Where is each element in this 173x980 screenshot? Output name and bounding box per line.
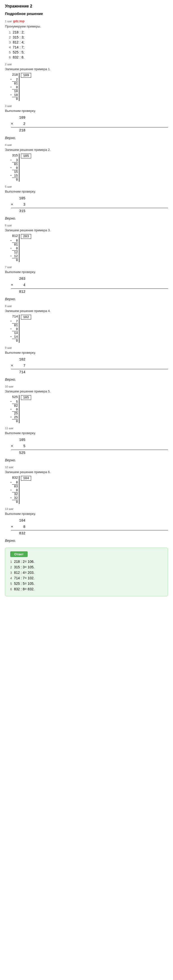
correct-3: Верно. (5, 297, 168, 301)
step-12-num: 12 шаг (5, 466, 13, 469)
answer-item-3: 3812 : 4= 203. (10, 571, 163, 574)
answer-item-4: 4714 : 7= 102. (10, 576, 163, 580)
step-8-num: 8 шаг (5, 304, 12, 307)
multiply-3: 203 × 4 812 (11, 276, 168, 295)
step-10-text: Запишем решение примера 5. (5, 390, 168, 393)
step-9-header: 9 шаг (5, 346, 168, 349)
answer-list: 1218 : 2= 106. 2315 : 3= 105. 3812 : 4= … (10, 560, 163, 591)
step-11-text: Выполним проверку. (5, 431, 168, 435)
exercise-title: Упражнение 2 (5, 4, 168, 8)
step-1-text: Пронумеруем примеры. (5, 24, 168, 28)
step-13-text: Выполним проверку. (5, 512, 168, 515)
answer-item-2: 2315 : 3= 105. (10, 565, 163, 569)
answer-button[interactable]: Ответ (10, 551, 28, 557)
multiply-2: 105 × 3 315 (11, 195, 168, 215)
step-11-num: 11 шаг (5, 427, 13, 430)
step-7-header: 7 шаг (5, 266, 168, 269)
correct-2: Верно. (5, 216, 168, 220)
division-2: 315 105 −3 01 −0 (10, 154, 168, 181)
step-5-text: Выполним проверку. (5, 189, 168, 193)
step-6-header: 6 шаг (5, 224, 168, 227)
example-4: 4714 : 7; (9, 45, 168, 49)
correct-6: Верно. (5, 539, 168, 542)
step-7-text: Выполним проверку. (5, 270, 168, 274)
multiply-6: 104 × 8 832 (11, 518, 168, 537)
answer-title[interactable]: Ответ (10, 551, 163, 557)
step-7-num: 7 шаг (5, 266, 12, 269)
answer-box: Ответ 1218 : 2= 106. 2315 : 3= 105. 3812… (5, 547, 168, 596)
step-3-num: 3 шаг (5, 104, 12, 107)
page: Упражнение 2 Подробное решение 1 шаг gdz… (0, 0, 173, 600)
step-11-header: 11 шаг (5, 427, 168, 430)
division-5: 525 105 −5 02 −0 (10, 395, 168, 423)
step-13-header: 13 шаг (5, 508, 168, 511)
example-1: 1218 : 2; (9, 30, 168, 34)
multiply-5: 105 × 5 525 (11, 437, 168, 456)
division-6: 832 104 −8 03 −0 (10, 476, 168, 504)
division-4: 714 102 −7 01 −0 (10, 315, 168, 343)
section-title: Подробное решение (5, 11, 168, 16)
example-6: 6832 : 8. (9, 55, 168, 59)
step-3-header: 3 шаг (5, 104, 168, 107)
example-2: 2315 : 3; (9, 35, 168, 39)
step-9-text: Выполним проверку. (5, 351, 168, 355)
step-1-num: 1 шаг (5, 20, 12, 23)
step-6-num: 6 шаг (5, 224, 12, 227)
step-12-text: Запишем решение примера 6. (5, 470, 168, 474)
step-6-text: Запишем решение примера 3. (5, 228, 168, 232)
example-5: 5525 : 5; (9, 50, 168, 54)
step-2-text: Запишем решение примера 1. (5, 67, 168, 71)
step-8-header: 8 шаг (5, 304, 168, 307)
step-5-header: 5 шаг (5, 185, 168, 188)
step-1-brand: gdz.top (13, 19, 24, 23)
answer-item-1: 1218 : 2= 106. (10, 560, 163, 563)
step-4-header: 4 шаг (5, 143, 168, 146)
answer-item-5: 5525 : 5= 105. (10, 582, 163, 585)
division-1: 218 109 −2 01 −0 (10, 73, 168, 101)
example-3: 3812 : 4; (9, 40, 168, 44)
step-5-num: 5 шаг (5, 185, 12, 188)
step-4-num: 4 шаг (5, 143, 12, 146)
step-1-header: 1 шаг gdz.top (5, 19, 168, 23)
multiply-1: 109 × 2 218 (11, 115, 168, 134)
step-10-header: 10 шаг (5, 385, 168, 388)
step-2-num: 2 шаг (5, 63, 12, 66)
multiply-4: 102 × 7 714 (11, 356, 168, 376)
step-9-num: 9 шаг (5, 346, 12, 349)
step-12-header: 12 шаг (5, 466, 168, 469)
step-4-text: Запишем решение примера 2. (5, 148, 168, 152)
correct-4: Верно. (5, 377, 168, 382)
correct-1: Верно. (5, 136, 168, 140)
step-13-num: 13 шаг (5, 508, 13, 511)
division-3: 812 203 −8 01 −0 (10, 234, 168, 262)
step-2-header: 2 шаг (5, 63, 168, 66)
answer-item-6: 6832 : 8= 832. (10, 587, 163, 591)
step-8-text: Запишем решение примера 4. (5, 309, 168, 313)
step-10-num: 10 шаг (5, 385, 13, 388)
correct-5: Верно. (5, 458, 168, 462)
step-3-text: Выполним проверку. (5, 109, 168, 113)
examples-list: 1218 : 2; 2315 : 3; 3812 : 4; 4714 : 7; … (9, 30, 168, 59)
